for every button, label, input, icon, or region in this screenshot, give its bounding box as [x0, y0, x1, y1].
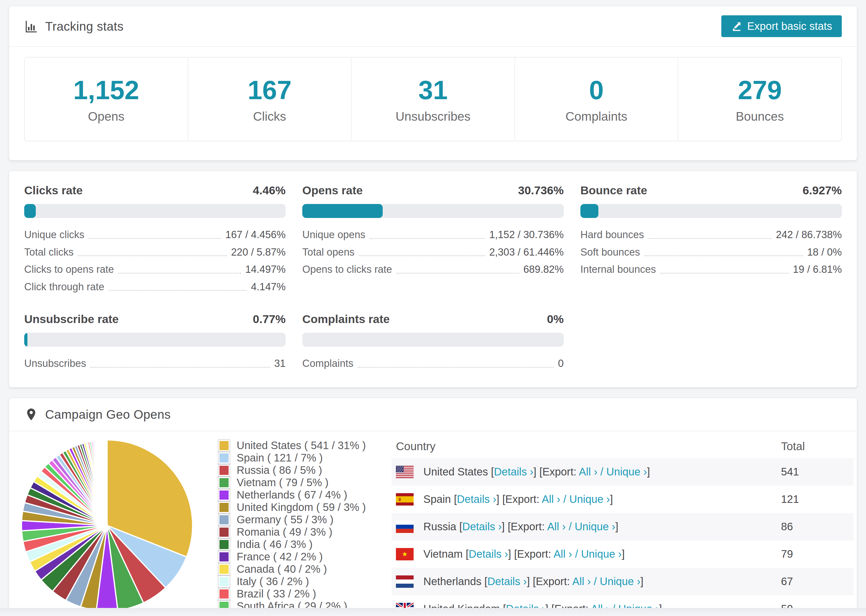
legend-label: Romania ( 49 / 3% )	[237, 526, 332, 538]
table-row-ru: Russia [Details ›] [Export: All › / Uniq…	[392, 513, 853, 541]
stat-cell-opens: 1,152 Opens	[25, 58, 188, 141]
table-row-nl: Netherlands [Details ›] [Export: All › /…	[392, 568, 853, 595]
legend-label: Spain ( 121 / 7% )	[237, 452, 323, 464]
legend-label: Germany ( 55 / 3% )	[237, 514, 334, 526]
rate-progress-fill	[24, 333, 27, 347]
total-cell: 121	[781, 493, 853, 505]
details-link[interactable]: Details ›	[462, 520, 502, 533]
detail-value: 1,152 / 30.736%	[489, 228, 564, 241]
rate-block-complaints-rate: Complaints rate 0% Complaints 0	[302, 313, 564, 372]
geo-header: Campaign Geo Opens	[9, 398, 857, 431]
stat-cell-clicks: 167 Clicks	[188, 58, 352, 141]
rate-progress-fill	[24, 204, 36, 218]
legend-swatch	[218, 575, 230, 588]
export-unique-link[interactable]: Unique ›	[606, 466, 647, 478]
detail-value: 18 / 0%	[807, 246, 842, 259]
rate-title: Bounce rate	[580, 184, 647, 197]
rate-block-unsubscribe-rate: Unsubscribe rate 0.77% Unsubscribes 31	[24, 313, 286, 372]
export-all-link[interactable]: All ›	[579, 466, 597, 478]
rate-progress-fill	[580, 204, 598, 218]
detail-label: Complaints	[302, 357, 353, 370]
detail-label: Total clicks	[24, 246, 74, 259]
legend-item-romania: Romania ( 49 / 3% )	[218, 526, 366, 538]
detail-value: 31	[274, 357, 286, 370]
flag-icon-us	[396, 466, 414, 478]
detail-value: 19 / 6.81%	[793, 263, 842, 276]
stat-value: 0	[515, 77, 678, 103]
rate-progress	[302, 204, 564, 218]
detail-label: Click through rate	[24, 281, 104, 294]
legend-label: United States ( 541 / 31% )	[237, 439, 366, 451]
detail-label: Unsubscribes	[24, 357, 86, 370]
flag-icon-vn	[396, 548, 414, 560]
detail-leader	[109, 290, 247, 291]
legend-label: India ( 46 / 3% )	[237, 538, 313, 550]
location-pin-icon	[24, 407, 38, 421]
detail-label: Unique clicks	[24, 228, 85, 241]
stat-label: Bounces	[678, 109, 841, 124]
rates-grid: Clicks rate 4.46% Unique clicks 167 / 4.…	[9, 171, 857, 387]
table-row-vn: Vietnam [Details ›] [Export: All › / Uni…	[392, 541, 853, 568]
export-unique-link[interactable]: Unique ›	[575, 520, 615, 533]
stat-cell-unsubscribes: 31 Unsubscribes	[351, 58, 515, 141]
legend-item-netherlands: Netherlands ( 67 / 4% )	[218, 489, 366, 501]
legend-item-india: India ( 46 / 3% )	[218, 538, 366, 551]
detail-value: 2,303 / 61.446%	[489, 246, 564, 259]
export-unique-link[interactable]: Unique ›	[581, 548, 622, 560]
detail-leader	[644, 255, 803, 256]
legend-swatch	[218, 476, 230, 489]
detail-label: Unique opens	[302, 228, 365, 241]
export-unique-link[interactable]: Unique ›	[569, 493, 610, 505]
legend-label: France ( 42 / 2% )	[237, 551, 323, 563]
legend-item-united-states: United States ( 541 / 31% )	[218, 439, 366, 452]
country-name: United States [	[423, 466, 494, 478]
detail-value: 0	[558, 357, 564, 370]
legend-swatch	[218, 563, 230, 575]
export-unique-link[interactable]: Unique ›	[600, 575, 640, 587]
legend-item-spain: Spain ( 121 / 7% )	[218, 452, 366, 464]
detail-leader	[649, 238, 772, 239]
total-cell: 67	[781, 575, 853, 588]
export-basic-stats-button[interactable]: Export basic stats	[721, 15, 842, 37]
legend-swatch	[218, 514, 230, 526]
legend-label: Brazil ( 33 / 2% )	[237, 588, 316, 600]
card-tracking-stats: Tracking stats Export basic stats 1,152 …	[9, 6, 857, 160]
detail-leader	[358, 367, 554, 368]
legend-label: Canada ( 40 / 2% )	[237, 563, 327, 575]
export-all-link[interactable]: All ›	[542, 493, 560, 505]
legend-item-germany: Germany ( 55 / 3% )	[218, 514, 366, 526]
rate-detail-row: Unsubscribes 31	[24, 355, 286, 372]
details-link[interactable]: Details ›	[469, 548, 508, 560]
rate-value: 0.77%	[253, 313, 286, 326]
export-all-link[interactable]: All ›	[547, 520, 565, 533]
stat-label: Unsubscribes	[351, 109, 515, 124]
card-title-geo: Campaign Geo Opens	[45, 407, 171, 422]
geo-pie-chart	[19, 437, 195, 614]
rate-detail-row: Total opens 2,303 / 61.446%	[302, 244, 564, 261]
legend-item-italy: Italy ( 36 / 2% )	[218, 575, 366, 588]
detail-value: 242 / 86.738%	[776, 228, 842, 241]
legend-item-canada: Canada ( 40 / 2% )	[218, 563, 366, 575]
stat-value: 1,152	[25, 77, 188, 103]
details-link[interactable]: Details ›	[457, 493, 496, 505]
legend-item-russia: Russia ( 86 / 5% )	[218, 464, 366, 476]
column-header-country: Country	[392, 440, 781, 453]
detail-value: 220 / 5.87%	[231, 246, 286, 259]
country-cell: United States [Details ›] [Export: All ›…	[392, 466, 781, 478]
export-all-link[interactable]: All ›	[553, 548, 572, 560]
total-cell: 79	[781, 548, 853, 560]
legend-label: Russia ( 86 / 5% )	[237, 464, 322, 476]
detail-label: Soft bounces	[580, 246, 640, 259]
stat-value: 31	[351, 77, 515, 103]
detail-label: Opens to clicks rate	[302, 263, 392, 276]
rate-block-opens-rate: Opens rate 30.736% Unique opens 1,152 / …	[302, 184, 564, 295]
rate-block-clicks-rate: Clicks rate 4.46% Unique clicks 167 / 4.…	[24, 184, 286, 295]
rate-detail-row: Unique opens 1,152 / 30.736%	[302, 226, 564, 244]
stat-value: 167	[188, 77, 351, 103]
rate-title: Opens rate	[302, 184, 363, 197]
export-icon	[731, 21, 742, 32]
export-all-link[interactable]: All ›	[572, 575, 591, 587]
legend-swatch	[218, 501, 230, 514]
details-link[interactable]: Details ›	[487, 575, 527, 587]
details-link[interactable]: Details ›	[494, 466, 534, 478]
